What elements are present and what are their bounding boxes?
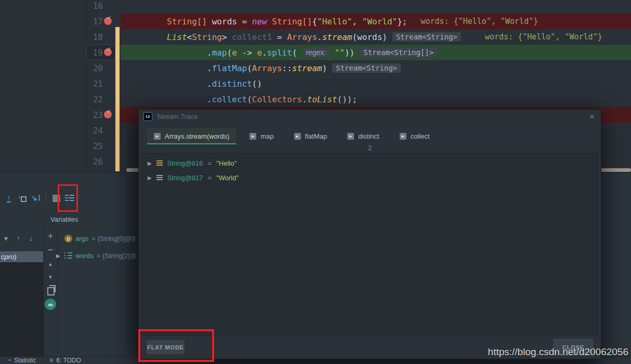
code-token: { bbox=[312, 17, 317, 26]
stream-item[interactable]: ▶String@816="Hello" bbox=[141, 156, 597, 170]
line-number[interactable]: 25 bbox=[86, 141, 103, 151]
line-number[interactable]: 19 bbox=[86, 48, 103, 58]
thread-dropdown-icon[interactable]: ▾ bbox=[4, 234, 8, 242]
code-token: < bbox=[187, 32, 192, 42]
breakpoint-icon[interactable]: ✓ bbox=[104, 111, 112, 118]
variable-row[interactable]: pargs= {String[0]@8 bbox=[56, 232, 136, 245]
annotation-box-trace-icon bbox=[58, 184, 78, 212]
code-row: .distinct() bbox=[121, 76, 631, 91]
code-token: = bbox=[272, 32, 287, 42]
code-row: .map(e -> e.split( regex: ""))Stream<Str… bbox=[121, 45, 631, 60]
parameter-icon: p bbox=[64, 235, 72, 242]
dialog-close-icon[interactable]: × bbox=[589, 112, 595, 122]
tab-label: distinct bbox=[358, 132, 379, 140]
frame-down-icon[interactable]: ↓ bbox=[29, 234, 33, 242]
duplicate-watch-icon[interactable] bbox=[47, 287, 55, 295]
code-token: distinct bbox=[212, 79, 252, 89]
code-token bbox=[207, 17, 212, 26]
move-down-icon[interactable]: ▼ bbox=[44, 274, 57, 280]
add-watch-icon[interactable]: + bbox=[44, 231, 57, 242]
code-token: ( bbox=[247, 95, 252, 104]
code-line[interactable] bbox=[121, 0, 631, 14]
dialog-title-bar[interactable]: IJ Stream Trace bbox=[139, 110, 606, 124]
code-token: String bbox=[192, 32, 222, 42]
equals-sign: = bbox=[208, 174, 212, 182]
frames-list-background bbox=[0, 262, 43, 357]
stream-op-icon: ▸ bbox=[347, 133, 354, 140]
dialog-title: Stream Trace bbox=[157, 113, 198, 120]
ide-window: 1617✓1819✓20212223✓242526 String[] words… bbox=[0, 0, 631, 364]
line-number[interactable]: 16 bbox=[86, 1, 103, 11]
line-number[interactable]: 26 bbox=[86, 157, 103, 167]
force-step-over-icon[interactable]: ↓ bbox=[18, 192, 27, 204]
code-token: "Hello" bbox=[317, 17, 352, 26]
expand-arrow-icon[interactable]: ▶ bbox=[148, 175, 152, 181]
code-token: stream bbox=[322, 32, 352, 42]
gutter-row: 25 bbox=[86, 138, 115, 154]
item-count: 2 bbox=[139, 144, 601, 152]
line-number[interactable]: 24 bbox=[86, 126, 103, 136]
run-to-cursor-icon[interactable]: ↘ I bbox=[31, 192, 41, 204]
code-token: toList bbox=[307, 95, 337, 104]
breakpoint-icon[interactable]: ✓ bbox=[104, 48, 112, 56]
variable-row[interactable]: ▶words= {String[2]@ bbox=[56, 249, 137, 262]
annotation-box-flat-mode bbox=[138, 329, 214, 362]
breakpoint-check-icon: ✓ bbox=[107, 14, 111, 21]
stream-elements-list[interactable]: ▶String@816="Hello"▶String@817="World" bbox=[141, 153, 598, 335]
statistic-status-item[interactable]: ◔ Statistic bbox=[7, 357, 36, 364]
gutter-row: 20 bbox=[86, 60, 115, 76]
code-token: "World" bbox=[362, 17, 397, 26]
line-number[interactable]: 20 bbox=[86, 63, 103, 73]
gutter-row: 21 bbox=[86, 76, 115, 91]
expand-arrow-icon[interactable]: ▶ bbox=[56, 253, 61, 259]
stream-operation-tabs: ▸Arrays.stream(words)▸map▸flatMap▸distin… bbox=[147, 128, 437, 144]
code-line[interactable]: List<String> collect1 = Arrays.stream(wo… bbox=[121, 29, 631, 45]
code-line[interactable]: .collect(Collectors.toList()); bbox=[121, 91, 631, 107]
value-bars-icon bbox=[156, 175, 163, 180]
code-token: ( bbox=[352, 32, 357, 42]
code-token: words bbox=[212, 17, 237, 26]
tab-arrays-stream-words-[interactable]: ▸Arrays.stream(words) bbox=[147, 128, 236, 144]
code-line[interactable]: .distinct() bbox=[121, 76, 631, 91]
expand-arrow-icon[interactable]: ▶ bbox=[148, 160, 152, 166]
change-marker-bar bbox=[115, 27, 120, 171]
code-token: "" bbox=[335, 48, 345, 58]
code-row: .flatMap(Arrays::stream)Stream<String> bbox=[121, 60, 631, 76]
line-number[interactable]: 17 bbox=[86, 17, 103, 26]
tab-distinct[interactable]: ▸distinct bbox=[340, 128, 386, 144]
editor-left-panel bbox=[0, 0, 87, 172]
code-line[interactable]: .map(e -> e.split( regex: ""))Stream<Str… bbox=[121, 45, 631, 60]
line-number[interactable]: 23 bbox=[86, 110, 103, 120]
todo-status-item[interactable]: ≡ 6: TODO bbox=[49, 357, 81, 364]
code-token: e bbox=[257, 48, 262, 58]
code-token: , bbox=[352, 17, 362, 26]
gutter-row: 19✓ bbox=[86, 45, 115, 60]
tab-collect[interactable]: ▸collect bbox=[393, 128, 437, 144]
line-number[interactable]: 21 bbox=[86, 79, 103, 89]
code-line[interactable]: String[] words = new String[]{"Hello", "… bbox=[121, 14, 631, 29]
line-number[interactable]: 22 bbox=[86, 95, 103, 104]
editor-gutter[interactable]: 1617✓1819✓20212223✓242526 bbox=[86, 0, 115, 172]
code-token: )) bbox=[345, 48, 354, 58]
code-line[interactable]: .flatMap(Arrays::stream)Stream<String> bbox=[121, 60, 631, 76]
move-up-icon[interactable]: ▲ bbox=[44, 261, 57, 267]
stream-op-icon: ▸ bbox=[154, 133, 161, 140]
frame-up-icon[interactable]: ↑ bbox=[17, 234, 20, 242]
remove-watch-icon[interactable]: − bbox=[44, 245, 57, 255]
array-list-icon bbox=[64, 252, 72, 259]
equals-sign: = bbox=[208, 159, 212, 167]
param-hint-chip: regex: bbox=[303, 48, 328, 57]
selected-stack-frame[interactable]: cpro) bbox=[0, 251, 43, 262]
line-number[interactable]: 18 bbox=[86, 32, 103, 42]
gutter-row: 24 bbox=[86, 123, 115, 138]
tab-map[interactable]: ▸map bbox=[243, 128, 280, 144]
pie-chart-icon: ◔ bbox=[7, 357, 11, 364]
show-watches-icon[interactable]: ∞ bbox=[45, 299, 56, 310]
breakpoint-icon[interactable]: ✓ bbox=[104, 17, 112, 25]
code-token: ( bbox=[227, 48, 232, 58]
variable-name: words bbox=[75, 252, 94, 260]
step-out-icon[interactable]: ↑ bbox=[4, 192, 14, 204]
stream-item[interactable]: ▶String@817="World" bbox=[141, 170, 597, 185]
code-token: new bbox=[252, 17, 267, 26]
tab-flatmap[interactable]: ▸flatMap bbox=[287, 128, 334, 144]
